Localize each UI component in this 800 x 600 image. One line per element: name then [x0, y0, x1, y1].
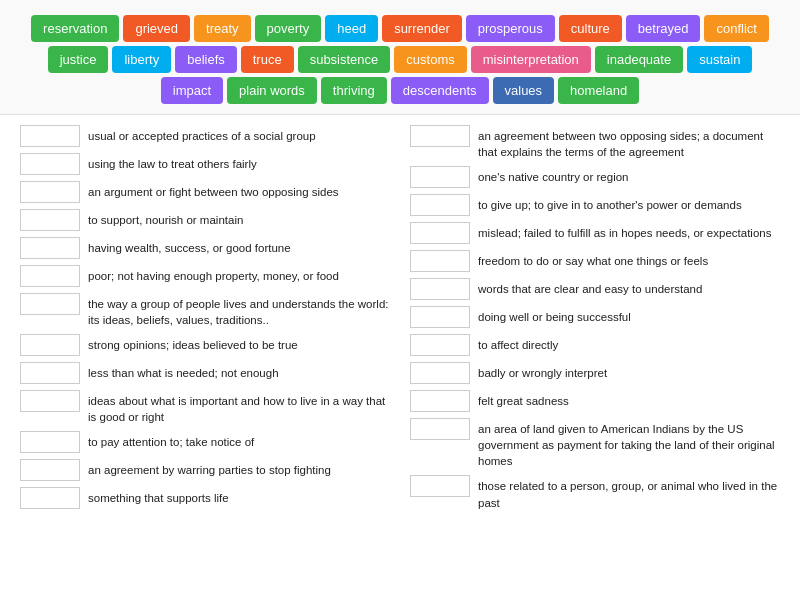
left-definition-text: less than what is needed; not enough — [88, 362, 279, 381]
right-match-input-0[interactable] — [410, 125, 470, 147]
left-match-row: to support, nourish or maintain — [20, 209, 390, 231]
right-definition-text: badly or wrongly interpret — [478, 362, 607, 381]
left-match-input-5[interactable] — [20, 265, 80, 287]
right-definition-text: words that are clear and easy to underst… — [478, 278, 702, 297]
left-definition-text: poor; not having enough property, money,… — [88, 265, 339, 284]
word-tag-heed[interactable]: heed — [325, 15, 378, 42]
word-tag-subsistence[interactable]: subsistence — [298, 46, 391, 73]
left-match-input-9[interactable] — [20, 390, 80, 412]
word-tag-reservation[interactable]: reservation — [31, 15, 119, 42]
word-tag-plain-words[interactable]: plain words — [227, 77, 317, 104]
right-match-input-11[interactable] — [410, 475, 470, 497]
right-match-row: mislead; failed to fulfill as in hopes n… — [410, 222, 780, 244]
right-match-input-7[interactable] — [410, 334, 470, 356]
left-match-row: less than what is needed; not enough — [20, 362, 390, 384]
left-match-input-4[interactable] — [20, 237, 80, 259]
word-tag-grieved[interactable]: grieved — [123, 15, 190, 42]
right-match-row: badly or wrongly interpret — [410, 362, 780, 384]
left-match-row: an argument or fight between two opposin… — [20, 181, 390, 203]
right-definition-text: doing well or being successful — [478, 306, 631, 325]
left-match-input-2[interactable] — [20, 181, 80, 203]
right-match-input-2[interactable] — [410, 194, 470, 216]
left-definition-text: to support, nourish or maintain — [88, 209, 243, 228]
word-tag-liberty[interactable]: liberty — [112, 46, 171, 73]
right-definition-text: an agreement between two opposing sides;… — [478, 125, 780, 160]
left-match-row: the way a group of people lives and unde… — [20, 293, 390, 328]
word-tag-surrender[interactable]: surrender — [382, 15, 462, 42]
word-tag-beliefs[interactable]: beliefs — [175, 46, 237, 73]
word-tag-inadequate[interactable]: inadequate — [595, 46, 683, 73]
right-definition-text: one's native country or region — [478, 166, 629, 185]
left-match-input-3[interactable] — [20, 209, 80, 231]
left-definition-text: ideas about what is important and how to… — [88, 390, 390, 425]
right-match-row: to give up; to give in to another's powe… — [410, 194, 780, 216]
left-match-input-10[interactable] — [20, 431, 80, 453]
left-definition-text: using the law to treat others fairly — [88, 153, 257, 172]
left-definition-text: strong opinions; ideas believed to be tr… — [88, 334, 298, 353]
right-match-input-8[interactable] — [410, 362, 470, 384]
left-match-input-11[interactable] — [20, 459, 80, 481]
left-match-input-6[interactable] — [20, 293, 80, 315]
right-match-row: an agreement between two opposing sides;… — [410, 125, 780, 160]
right-column: an agreement between two opposing sides;… — [410, 125, 780, 511]
left-definition-text: an argument or fight between two opposin… — [88, 181, 339, 200]
left-match-row: to pay attention to; take notice of — [20, 431, 390, 453]
left-match-input-7[interactable] — [20, 334, 80, 356]
word-tag-prosperous[interactable]: prosperous — [466, 15, 555, 42]
left-match-row: something that supports life — [20, 487, 390, 509]
left-match-row: usual or accepted practices of a social … — [20, 125, 390, 147]
word-tag-truce[interactable]: truce — [241, 46, 294, 73]
left-definition-text: something that supports life — [88, 487, 229, 506]
right-definition-text: freedom to do or say what one things or … — [478, 250, 708, 269]
right-definition-text: to give up; to give in to another's powe… — [478, 194, 742, 213]
right-definition-text: to affect directly — [478, 334, 558, 353]
right-definition-text: felt great sadness — [478, 390, 569, 409]
left-match-row: having wealth, success, or good fortune — [20, 237, 390, 259]
word-tag-customs[interactable]: customs — [394, 46, 466, 73]
right-definition-text: an area of land given to American Indian… — [478, 418, 780, 469]
right-match-row: those related to a person, group, or ani… — [410, 475, 780, 510]
word-tag-betrayed[interactable]: betrayed — [626, 15, 701, 42]
word-tag-thriving[interactable]: thriving — [321, 77, 387, 104]
left-match-row: ideas about what is important and how to… — [20, 390, 390, 425]
right-match-input-1[interactable] — [410, 166, 470, 188]
word-grid: reservationgrievedtreatypovertyheedsurre… — [20, 15, 780, 104]
word-tag-treaty[interactable]: treaty — [194, 15, 251, 42]
word-tag-conflict[interactable]: conflict — [704, 15, 768, 42]
left-match-row: an agreement by warring parties to stop … — [20, 459, 390, 481]
left-definition-text: usual or accepted practices of a social … — [88, 125, 316, 144]
left-definition-text: the way a group of people lives and unde… — [88, 293, 390, 328]
left-match-row: using the law to treat others fairly — [20, 153, 390, 175]
word-tag-impact[interactable]: impact — [161, 77, 223, 104]
right-match-row: an area of land given to American Indian… — [410, 418, 780, 469]
right-match-input-10[interactable] — [410, 418, 470, 440]
word-tag-values[interactable]: values — [493, 77, 555, 104]
left-match-input-12[interactable] — [20, 487, 80, 509]
right-definition-text: mislead; failed to fulfill as in hopes n… — [478, 222, 771, 241]
word-tag-justice[interactable]: justice — [48, 46, 109, 73]
right-match-input-9[interactable] — [410, 390, 470, 412]
word-tag-culture[interactable]: culture — [559, 15, 622, 42]
left-definition-text: having wealth, success, or good fortune — [88, 237, 291, 256]
right-definition-text: those related to a person, group, or ani… — [478, 475, 780, 510]
right-match-row: freedom to do or say what one things or … — [410, 250, 780, 272]
right-match-input-3[interactable] — [410, 222, 470, 244]
left-match-row: strong opinions; ideas believed to be tr… — [20, 334, 390, 356]
left-match-input-1[interactable] — [20, 153, 80, 175]
right-match-input-6[interactable] — [410, 306, 470, 328]
left-match-input-8[interactable] — [20, 362, 80, 384]
word-tag-misinterpretation[interactable]: misinterpretation — [471, 46, 591, 73]
word-tag-sustain[interactable]: sustain — [687, 46, 752, 73]
right-match-row: words that are clear and easy to underst… — [410, 278, 780, 300]
left-column: usual or accepted practices of a social … — [20, 125, 390, 511]
right-match-input-5[interactable] — [410, 278, 470, 300]
right-match-input-4[interactable] — [410, 250, 470, 272]
vocab-section: reservationgrievedtreatypovertyheedsurre… — [0, 0, 800, 115]
word-tag-poverty[interactable]: poverty — [255, 15, 322, 42]
left-match-input-0[interactable] — [20, 125, 80, 147]
word-tag-homeland[interactable]: homeland — [558, 77, 639, 104]
right-match-row: felt great sadness — [410, 390, 780, 412]
right-match-row: to affect directly — [410, 334, 780, 356]
word-tag-descendents[interactable]: descendents — [391, 77, 489, 104]
left-match-row: poor; not having enough property, money,… — [20, 265, 390, 287]
